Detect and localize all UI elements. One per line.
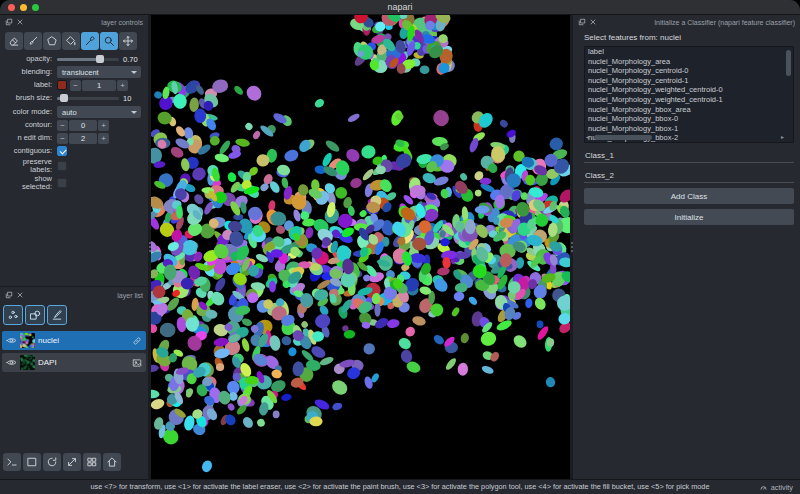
dock-divider: [0, 286, 148, 287]
scroll-right-arrow-icon[interactable]: ▸: [781, 134, 784, 141]
layer-row-nuclei[interactable]: nuclei: [2, 331, 146, 350]
viewer-canvas[interactable]: [151, 15, 570, 479]
horizontal-scrollbar-handle[interactable]: [594, 135, 652, 140]
label-value[interactable]: 1: [82, 80, 116, 91]
left-splitter[interactable]: [148, 15, 151, 479]
opacity-value: 0.70: [123, 55, 138, 64]
vertical-scrollbar[interactable]: [786, 48, 792, 133]
contour-decrement-button[interactable]: −: [57, 120, 68, 131]
feature-item[interactable]: nuclei_Morphology_centroid-1: [585, 76, 785, 86]
transform-tool-button[interactable]: [119, 32, 137, 50]
contour-row: contour: − 0 +: [0, 119, 148, 131]
n-edit-dim-spinbox: − 2 +: [57, 133, 109, 144]
contiguous-label: contiguous:: [0, 147, 57, 155]
scroll-left-arrow-icon[interactable]: ◂: [586, 134, 589, 141]
visibility-eye-icon[interactable]: [6, 357, 17, 368]
blending-selected-value: translucent: [62, 68, 99, 77]
opacity-slider[interactable]: [57, 58, 119, 61]
close-dock-icon[interactable]: [589, 18, 597, 26]
close-dock-icon[interactable]: [16, 18, 24, 26]
blending-select[interactable]: translucent: [57, 66, 141, 78]
home-zoom-button[interactable]: [103, 453, 121, 471]
show-selected-row: show selected:: [0, 175, 148, 191]
brush-size-slider[interactable]: [57, 97, 119, 100]
activity-gauge-icon: [759, 483, 768, 492]
color-mode-select[interactable]: auto: [57, 106, 141, 118]
contour-increment-button[interactable]: +: [98, 120, 109, 131]
erase-tool-button[interactable]: [5, 32, 23, 50]
link-icon: [132, 336, 142, 346]
console-button[interactable]: [3, 453, 21, 471]
label-decrement-button[interactable]: −: [70, 80, 81, 91]
popout-dock-icon[interactable]: [5, 291, 13, 299]
opacity-slider-handle[interactable]: [96, 55, 104, 63]
contiguous-row: contiguous:: [0, 145, 148, 157]
n-edit-dim-label: n edit dim:: [0, 134, 57, 142]
layer-name-nuclei[interactable]: nuclei: [38, 336, 129, 345]
vertical-scrollbar-handle[interactable]: [786, 50, 791, 76]
n-edit-dim-decrement-button[interactable]: −: [57, 133, 68, 144]
brush-size-value: 10: [123, 94, 131, 103]
class-2-input[interactable]: Class_2: [584, 168, 794, 183]
feature-item[interactable]: nuclei_Morphology_centroid-0: [585, 66, 785, 76]
horizontal-scrollbar[interactable]: ◂ ▸: [586, 135, 784, 141]
polygon-tool-button[interactable]: [43, 32, 61, 50]
classifier-dock: Initialize a Classifier (napari feature …: [573, 15, 800, 479]
add-class-button[interactable]: Add Class: [584, 188, 794, 204]
close-dock-icon[interactable]: [16, 291, 24, 299]
image-layer-icon: [132, 358, 142, 368]
preserve-labels-checkbox[interactable]: [57, 161, 67, 171]
color-mode-label: color mode:: [0, 108, 57, 116]
feature-item[interactable]: nuclei_Morphology_weighted_centroid-1: [585, 95, 785, 105]
n-edit-dim-value[interactable]: 2: [69, 133, 97, 144]
main-area: layer controls opacity: 0.70: [0, 15, 800, 479]
new-labels-layer-button[interactable]: [47, 305, 67, 325]
feature-item[interactable]: nuclei_Morphology_bbox_area: [585, 105, 785, 115]
pan-zoom-tool-button[interactable]: [100, 32, 118, 50]
nuclei-thumbnail: [20, 333, 35, 348]
new-shapes-layer-button[interactable]: [25, 305, 45, 325]
new-points-layer-button[interactable]: [3, 305, 23, 325]
layer-controls-title: layer controls: [101, 19, 143, 26]
contiguous-checkbox[interactable]: [57, 146, 67, 156]
layer-row-dapi[interactable]: DAPI: [2, 353, 146, 372]
transpose-dimensions-button[interactable]: [63, 453, 81, 471]
n-edit-dim-increment-button[interactable]: +: [98, 133, 109, 144]
fill-bucket-tool-button[interactable]: [62, 32, 80, 50]
left-dock: layer controls opacity: 0.70: [0, 15, 148, 479]
paint-brush-tool-button[interactable]: [24, 32, 42, 50]
classifier-title: Initialize a Classifier (napari feature …: [654, 19, 795, 26]
feature-item[interactable]: nuclei_Morphology_area: [585, 57, 785, 67]
grid-view-button[interactable]: [83, 453, 101, 471]
brush-size-slider-handle[interactable]: [60, 94, 68, 102]
show-selected-checkbox[interactable]: [57, 178, 67, 188]
popout-dock-icon[interactable]: [578, 18, 586, 26]
toggle-ndisplay-button[interactable]: [23, 453, 41, 471]
status-message: use <7> for transform, use <1> for activ…: [0, 480, 800, 494]
activity-button[interactable]: activity: [753, 480, 793, 494]
preserve-labels-row: preserve labels:: [0, 158, 148, 174]
feature-item[interactable]: nuclei_Morphology_bbox-0: [585, 114, 785, 124]
feature-list[interactable]: label nuclei_Morphology_area nuclei_Morp…: [584, 46, 794, 143]
color-picker-tool-button[interactable]: [81, 32, 99, 50]
label-spinbox: − 1 +: [70, 80, 128, 91]
contour-value[interactable]: 0: [69, 120, 97, 131]
opacity-label: opacity:: [0, 55, 57, 63]
brush-size-row: brush size: 10: [0, 92, 148, 104]
visibility-eye-icon[interactable]: [6, 335, 17, 346]
roll-dimensions-button[interactable]: [43, 453, 61, 471]
class-1-input[interactable]: Class_1: [584, 148, 794, 163]
label-row: label: − 1 +: [0, 79, 148, 91]
initialize-button[interactable]: Initialize: [584, 209, 794, 225]
label-increment-button[interactable]: +: [117, 80, 128, 91]
label-color-swatch[interactable]: [57, 80, 67, 90]
layer-name-dapi[interactable]: DAPI: [38, 358, 129, 367]
contour-label: contour:: [0, 121, 57, 129]
n-edit-dim-row: n edit dim: − 2 +: [0, 132, 148, 144]
popout-dock-icon[interactable]: [5, 18, 13, 26]
feature-item[interactable]: nuclei_Morphology_weighted_centroid-0: [585, 85, 785, 95]
layer-controls-header: layer controls: [0, 15, 148, 29]
feature-item[interactable]: label: [585, 47, 785, 57]
feature-item[interactable]: nuclei_Morphology_bbox-1: [585, 124, 785, 134]
layer-list-title: layer list: [117, 292, 143, 299]
